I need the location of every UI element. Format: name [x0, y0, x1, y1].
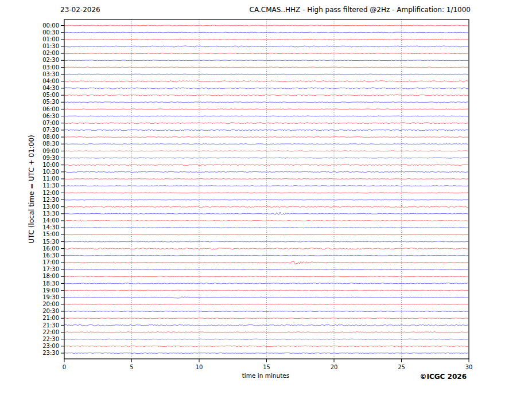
y-tick-label: 09:30	[42, 155, 59, 161]
x-tick-label: 5	[130, 364, 133, 370]
trace-row	[64, 178, 468, 179]
trace-row	[64, 269, 468, 270]
y-tick-label: 16:30	[42, 252, 59, 259]
trace-row	[64, 53, 468, 54]
trace-row	[64, 123, 468, 124]
trace-row	[64, 130, 468, 131]
trace-row	[64, 318, 468, 319]
y-tick-label: 10:30	[42, 169, 59, 175]
y-tick-label: 16:00	[42, 245, 59, 252]
trace-row	[64, 276, 468, 277]
trace-row	[64, 234, 468, 235]
trace-row	[64, 25, 468, 26]
trace-row	[64, 200, 468, 200]
trace-row	[64, 171, 468, 173]
trace-row	[64, 88, 468, 89]
y-tick-label: 00:30	[42, 29, 59, 36]
y-tick-label: 11:00	[42, 175, 59, 182]
trace-row	[64, 324, 468, 326]
y-tick-label: 08:30	[42, 140, 59, 147]
trace-row	[64, 165, 468, 166]
trace-row	[64, 95, 468, 96]
trace-row	[64, 283, 468, 284]
trace-row	[64, 116, 468, 116]
trace-row	[64, 261, 468, 264]
trace-row	[64, 346, 468, 347]
x-axis-label: time in minutes	[242, 372, 289, 379]
trace-row	[64, 339, 468, 339]
trace-row	[64, 81, 468, 82]
trace-row	[64, 144, 468, 144]
y-tick-label: 19:30	[42, 294, 59, 300]
trace-row	[64, 151, 468, 151]
trace-row	[64, 102, 468, 103]
trace-row	[64, 290, 468, 291]
x-tick-label: 30	[465, 364, 473, 370]
y-tick-label: 11:30	[42, 182, 59, 189]
y-tick-label: 17:30	[42, 266, 59, 272]
trace-row	[64, 255, 468, 256]
y-tick-label: 13:30	[42, 210, 59, 217]
y-tick-label: 14:00	[42, 217, 59, 224]
y-tick-label: 05:30	[42, 99, 59, 105]
y-tick-label: 22:00	[42, 329, 59, 335]
y-tick-label: 07:30	[42, 127, 59, 133]
x-tick-label: 15	[263, 364, 270, 370]
y-tick-label: 22:30	[42, 336, 59, 342]
y-tick-label: 20:00	[42, 301, 59, 307]
y-tick-label: 12:30	[42, 197, 59, 203]
y-tick-label: 15:30	[42, 238, 59, 245]
trace-row	[64, 109, 468, 109]
y-tick-label: 02:30	[42, 57, 59, 63]
y-tick-label: 05:00	[42, 92, 59, 98]
y-tick-label: 10:00	[42, 162, 59, 168]
y-tick-label: 23:30	[42, 350, 59, 356]
y-tick-label: 23:00	[42, 343, 59, 349]
y-tick-label: 06:00	[42, 106, 59, 112]
trace-row	[64, 158, 468, 158]
y-tick-label: 19:00	[42, 287, 59, 294]
y-tick-label: 08:00	[42, 134, 59, 140]
x-tick-label: 10	[196, 364, 203, 370]
y-tick-label: 00:00	[42, 22, 59, 29]
trace-row	[64, 332, 468, 333]
y-tick-label: 02:00	[42, 50, 59, 56]
trace-row	[64, 311, 468, 312]
trace-row	[64, 67, 468, 68]
y-tick-label: 07:00	[42, 120, 59, 126]
trace-row	[64, 46, 468, 47]
trace-row	[64, 248, 468, 249]
y-tick-label: 04:00	[42, 78, 59, 84]
y-tick-label: 18:00	[42, 273, 59, 279]
copyright-label: ©ICGC 2026	[420, 373, 467, 381]
trace-row	[64, 241, 468, 242]
trace-row	[64, 74, 468, 75]
trace-row	[64, 228, 468, 228]
y-tick-label: 06:30	[42, 113, 59, 119]
x-tick-label: 25	[398, 364, 405, 370]
y-tick-label: 12:00	[42, 190, 59, 196]
y-tick-label: 03:30	[42, 71, 59, 77]
x-tick-label: 20	[331, 364, 338, 370]
y-tick-label: 09:00	[42, 148, 59, 154]
y-tick-label: 15:00	[42, 231, 59, 237]
trace-row	[64, 137, 468, 138]
trace-row	[64, 220, 468, 221]
trace-row	[64, 193, 468, 193]
helicorder-plot: 00:0000:3001:0001:3002:0002:3003:0003:30…	[0, 0, 532, 399]
x-tick-label: 0	[63, 364, 66, 370]
y-tick-label: 04:30	[42, 85, 59, 91]
y-tick-label: 01:00	[42, 36, 59, 42]
trace-row	[64, 39, 468, 40]
y-tick-label: 01:30	[42, 43, 59, 49]
y-tick-label: 03:00	[42, 64, 59, 71]
y-tick-label: 14:30	[42, 224, 59, 230]
trace-row	[64, 304, 468, 304]
y-tick-label: 20:30	[42, 308, 59, 314]
y-tick-label: 21:30	[42, 322, 59, 328]
trace-row	[64, 206, 468, 208]
y-tick-label: 17:00	[42, 259, 59, 265]
y-tick-label: 13:00	[42, 204, 59, 210]
y-tick-label: 21:00	[42, 315, 59, 321]
trace-row	[64, 186, 468, 186]
